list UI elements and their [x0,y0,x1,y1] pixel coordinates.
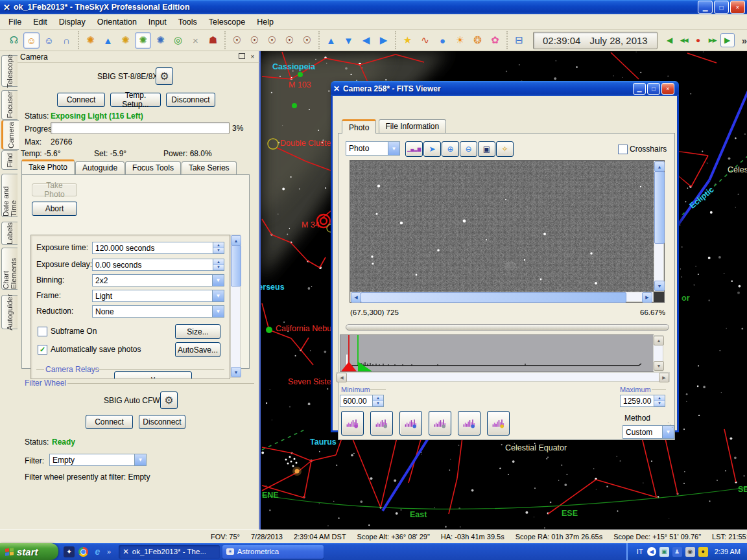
form-scrollbar[interactable]: ▲ ▼ [230,235,241,378]
play-icon[interactable]: ▶ [720,33,735,47]
minimize-button[interactable]: ▁ [698,1,713,14]
chevron-down-icon[interactable]: ▼ [212,306,224,317]
zoom-tree-icon[interactable]: ✺ [82,32,99,49]
orange-figure-icon[interactable]: ☺ [23,32,40,49]
histogram-preset-button-2[interactable] [370,411,393,436]
ie-icon[interactable]: e [92,546,103,557]
filter-disconnect-button[interactable]: Disconnect [139,415,185,429]
galaxy-icon[interactable]: ❂ [469,32,486,49]
close-button[interactable]: × [730,1,745,14]
wand-tool-icon[interactable]: ✧ [496,141,514,157]
orbit-icon-2[interactable]: ☉ [246,32,263,49]
orbit-icon-5[interactable]: ☉ [299,32,315,49]
maximize-button[interactable]: □ [714,1,729,14]
eye-icon[interactable]: ● [698,547,708,557]
pan-down-icon[interactable]: ▼ [340,32,357,49]
sidebar-tab-labels[interactable]: Labels [1,222,18,245]
method-combo[interactable]: Custom ▼ [622,425,674,439]
messenger-icon[interactable]: ♟ [672,547,682,557]
spin-down-icon[interactable]: ▼ [213,265,224,271]
tab-take-series[interactable]: Take Series [182,161,237,174]
pan-up-icon[interactable]: ▲ [323,32,339,49]
binning-input[interactable]: 2x2▼ [92,274,224,286]
orbit-icon-4[interactable]: ☉ [281,32,298,49]
fits-tab-file-information[interactable]: File Information [379,119,447,133]
sidebar-tab-camera[interactable]: Camera [1,120,19,150]
stop-icon[interactable]: ● [692,36,705,45]
exposure-time-input[interactable]: 120.000 seconds▲▼ [92,242,224,254]
quicklaunch-overflow[interactable]: » [107,548,111,555]
filter-connect-button[interactable]: Connect [86,415,133,429]
mars-icon[interactable]: ☗ [205,32,221,49]
autosave-button[interactable]: AutoSave... [175,342,220,357]
temp-setup-button[interactable]: Temp. Setup... [110,93,161,107]
menu-orientation[interactable]: Orientation [91,16,143,29]
bee-icon[interactable]: ✺ [117,32,134,49]
close-button[interactable]: × [661,83,674,95]
histogram-hscrollbar[interactable]: ◀ ▶ [336,372,670,382]
fits-image-hscrollbar[interactable]: ◀ ▶ [350,292,654,302]
target-icon[interactable]: ◎ [170,32,186,49]
zoom-in-tool-icon[interactable]: ⊕ [442,141,459,157]
maximum-spinbox[interactable]: 1259.00 ▲▼ [620,395,665,407]
camera-settings-gear-button[interactable]: ⚙ [156,67,173,85]
headset-icon[interactable]: ∩ [58,32,75,49]
start-button[interactable]: start [0,543,58,560]
sidebar-tab-chart-elements[interactable]: Chart Elements [1,248,18,290]
filter-combo[interactable]: Empty ▼ [49,454,147,466]
fits-tab-photo[interactable]: Photo [342,119,376,134]
nebula-icon[interactable]: ✿ [487,32,503,49]
sidebar-tab-focuser[interactable]: Focuser [1,90,18,120]
resize-grip[interactable]: ⋱ [667,421,674,428]
star-icon[interactable]: ★ [399,32,416,49]
computer-time-icon[interactable]: ⊟ [511,32,527,49]
task-button-skyx[interactable]: ✕ok_1Feb2013* - The... [119,545,220,559]
spin-up-icon[interactable]: ▲ [373,395,383,401]
orbit-icon-3[interactable]: ☉ [264,32,280,49]
fast-forward-icon[interactable]: ▶▶ [706,37,719,43]
histogram-preset-button-1[interactable] [341,411,364,436]
sidebar-tab-find[interactable]: Find [1,150,18,170]
minimize-button[interactable]: ▁ [633,83,646,95]
knot-icon[interactable]: ☊ [6,32,22,49]
sun-icon[interactable]: ☀ [452,32,468,49]
zoom-up-icon[interactable]: ▲ [100,32,116,49]
blue-figure-icon[interactable]: ☺ [41,32,57,49]
histogram-preset-button-4[interactable] [429,411,451,436]
fits-image-vscrollbar[interactable]: ▲ ▼ [654,161,664,292]
reduction-input[interactable]: None▼ [92,305,224,318]
task-button-astrometrica[interactable]: ✴Astrometrica [222,545,324,559]
orbit-icon-1[interactable]: ☉ [229,32,245,49]
bee-field-icon[interactable]: ✺ [152,32,169,49]
size-button[interactable]: Size... [175,324,220,339]
webcam-icon[interactable]: ◉ [685,547,695,557]
rewind-icon[interactable]: ◀◀ [678,37,691,43]
float-panel-icon[interactable] [237,53,246,61]
splitter-handle[interactable] [346,324,669,331]
frame-input[interactable]: Light▼ [92,290,224,302]
sidebar-tab-autoguider[interactable]: Autoguider [1,295,18,329]
chevron-down-icon[interactable]: ▼ [134,454,146,465]
camera-relays-partial-button[interactable]: v [114,371,192,379]
language-indicator[interactable]: IT [637,548,643,555]
abort-button[interactable]: Abort [32,202,77,216]
pointer-tool-icon[interactable]: ➤ [423,141,441,157]
planet-icon[interactable]: ● [434,32,451,49]
histogram-panel[interactable]: ▲ ▼ [340,334,654,372]
take-photo-button[interactable]: Take Photo [32,183,77,196]
histogram-preset-button-5[interactable] [458,411,480,436]
inspect-tool-icon[interactable]: ▣ [478,141,495,157]
camera-connect-button[interactable]: Connect [57,93,105,107]
histogram-tool-icon[interactable]: ▁▄▂▆ [405,141,423,157]
exposure-delay-input[interactable]: 0.00 seconds▲▼ [92,259,224,271]
camera-disconnect-button[interactable]: Disconnect [166,93,215,107]
chevron-down-icon[interactable]: ▼ [388,142,399,155]
menu-help[interactable]: Help [251,16,279,29]
spin-up-icon[interactable]: ▲ [213,242,224,248]
skyx-quicklaunch-icon[interactable]: ✦ [64,546,75,557]
chart-icon[interactable]: ∿ [417,32,433,49]
crosshairs-checkbox[interactable] [618,145,628,154]
maximize-button[interactable]: □ [647,83,660,95]
sidebar-tab-telescope[interactable]: Telescope [1,55,18,87]
spin-down-icon[interactable]: ▼ [373,401,383,407]
